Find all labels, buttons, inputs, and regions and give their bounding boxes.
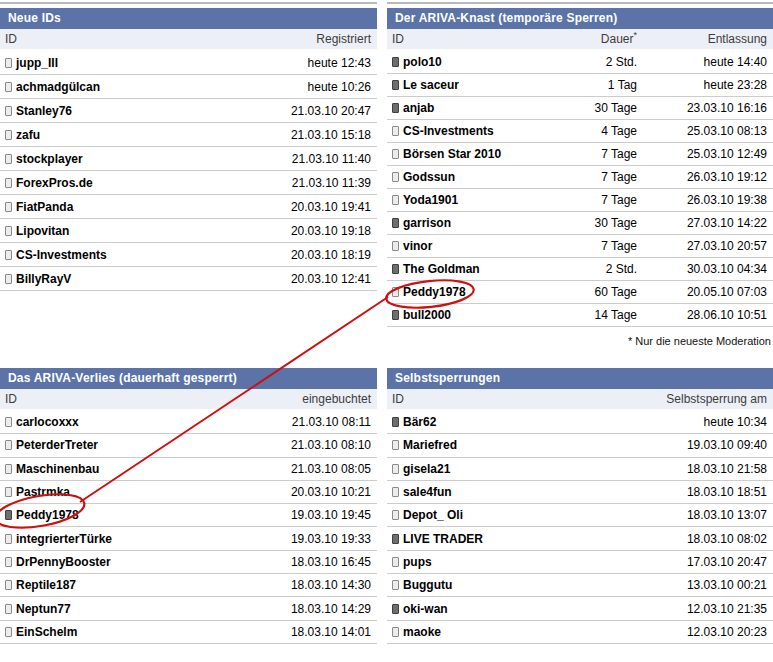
user-id-link[interactable]: Pastrmka	[5, 485, 291, 499]
panel-ariva-verlies: Das ARIVA-Verlies (dauerhaft gesperrt) I…	[0, 368, 377, 644]
user-id-link[interactable]: Buggutu	[392, 578, 687, 592]
user-id-link[interactable]: ForexPros.de	[5, 176, 292, 190]
user-icon	[392, 241, 399, 251]
entlassung-value: heute 14:40	[637, 55, 767, 69]
user-id-link[interactable]: BillyRayV	[5, 272, 291, 286]
user-id-link[interactable]: FiatPanda	[5, 200, 291, 214]
user-id-link[interactable]: integrierterTürke	[5, 532, 291, 546]
user-id-link[interactable]: EinSchelm	[5, 625, 291, 639]
user-id-label: Pastrmka	[16, 485, 70, 499]
user-id-link[interactable]: oki-wan	[392, 602, 687, 616]
entlassung-value: 25.03.10 08:13	[637, 124, 767, 138]
user-id-link[interactable]: Lipovitan	[5, 224, 291, 238]
user-id-label: integrierterTürke	[16, 532, 112, 546]
user-id-label: FiatPanda	[16, 200, 73, 214]
user-id-link[interactable]: Neptun77	[5, 602, 291, 616]
table-row: garrison30 Tage27.03.10 14:22	[387, 212, 773, 235]
user-id-link[interactable]: bull2000	[392, 308, 537, 322]
value-value: 18.03.10 16:45	[291, 555, 371, 569]
value-value: 19.03.10 09:40	[687, 438, 767, 452]
dauer-value: 7 Tage	[537, 147, 637, 161]
table-row: EinSchelm18.03.10 14:01	[0, 621, 377, 644]
user-icon	[5, 178, 12, 188]
user-id-label: sale4fun	[403, 485, 452, 499]
table-row: bull200014 Tage28.06.10 10:51	[387, 304, 773, 327]
user-id-label: The Goldman	[403, 262, 480, 276]
user-id-link[interactable]: Stanley76	[5, 104, 291, 118]
user-icon	[392, 580, 399, 590]
table-row: Lipovitan20.03.10 19:18	[0, 219, 377, 243]
value-value: 21.03.10 11:39	[292, 176, 371, 190]
user-id-link[interactable]: Peddy1978	[5, 508, 291, 522]
user-icon	[392, 310, 399, 320]
value-value: 18.03.10 14:30	[291, 578, 371, 592]
dauer-value: 14 Tage	[537, 308, 637, 322]
user-id-link[interactable]: pups	[392, 555, 687, 569]
table-body-ariva-verlies: carlocoxxx21.03.10 08:11PeterderTreter21…	[0, 411, 377, 644]
user-id-link[interactable]: Mariefred	[392, 438, 687, 452]
dauer-value: 4 Tage	[537, 124, 637, 138]
dauer-value: 30 Tage	[537, 216, 637, 230]
user-id-link[interactable]: zafu	[5, 128, 291, 142]
user-icon	[5, 202, 12, 212]
user-icon	[392, 464, 399, 474]
user-id-link[interactable]: Börsen Star 2010	[392, 147, 537, 161]
user-id-label: anjab	[403, 101, 434, 115]
table-row: DrPennyBooster18.03.10 16:45	[0, 551, 377, 574]
user-id-link[interactable]: Yoda1901	[392, 193, 537, 207]
user-id-link[interactable]: polo10	[392, 55, 537, 69]
value-value: 17.03.10 20:47	[687, 555, 767, 569]
user-id-link[interactable]: sale4fun	[392, 485, 687, 499]
user-id-link[interactable]: stockplayer	[5, 152, 292, 166]
table-row: zafu21.03.10 15:18	[0, 123, 377, 147]
column-header-row: ID eingebuchtet	[0, 389, 377, 409]
user-id-label: garrison	[403, 216, 451, 230]
value-value: 21.03.10 11:40	[292, 152, 371, 166]
user-id-link[interactable]: Depot_ Oli	[392, 508, 687, 522]
user-id-label: ForexPros.de	[16, 176, 93, 190]
table-row: Stanley7621.03.10 20:47	[0, 99, 377, 123]
user-id-link[interactable]: vinor	[392, 239, 537, 253]
top-divider-right	[387, 2, 773, 4]
entlassung-value: 27.03.10 20:57	[637, 239, 767, 253]
column-header-row: ID Selbstsperrung am	[387, 389, 773, 409]
user-id-label: zafu	[16, 128, 40, 142]
user-id-link[interactable]: anjab	[392, 101, 537, 115]
user-id-link[interactable]: The Goldman	[392, 262, 537, 276]
user-id-link[interactable]: maoke	[392, 625, 687, 639]
user-id-link[interactable]: garrison	[392, 216, 537, 230]
user-id-link[interactable]: DrPennyBooster	[5, 555, 291, 569]
user-id-link[interactable]: PeterderTreter	[5, 438, 291, 452]
value-value: 20.03.10 19:18	[291, 224, 371, 238]
user-icon	[5, 487, 12, 497]
panel-title-selbstsperrungen: Selbstsperrungen	[387, 368, 773, 389]
entlassung-value: 20.05.10 07:03	[637, 285, 767, 299]
table-row: achmadgülcanheute 10:26	[0, 75, 377, 99]
table-row: Maschinenbau21.03.10 08:05	[0, 458, 377, 481]
user-id-link[interactable]: CS-Investments	[5, 248, 291, 262]
entlassung-value: 28.06.10 10:51	[637, 308, 767, 322]
user-id-link[interactable]: CS-Investments	[392, 124, 537, 138]
user-id-link[interactable]: Le saceur	[392, 78, 537, 92]
user-id-link[interactable]: Bär62	[392, 415, 704, 429]
user-id-label: stockplayer	[16, 152, 83, 166]
user-id-link[interactable]: Reptile187	[5, 578, 291, 592]
moderation-footnote: * Nur die neueste Moderation	[387, 327, 773, 347]
user-id-link[interactable]: gisela21	[392, 462, 687, 476]
user-id-link[interactable]: Maschinenbau	[5, 462, 291, 476]
user-id-link[interactable]: achmadgülcan	[5, 80, 308, 94]
user-icon	[392, 440, 399, 450]
user-icon	[392, 510, 399, 520]
user-id-link[interactable]: Peddy1978	[392, 285, 537, 299]
user-id-link[interactable]: carlocoxxx	[5, 415, 292, 429]
user-icon	[5, 464, 12, 474]
user-icon	[5, 58, 12, 68]
table-row: carlocoxxx21.03.10 08:11	[0, 411, 377, 434]
user-id-link[interactable]: LIVE TRADER	[392, 532, 687, 546]
user-icon	[392, 218, 399, 228]
column-header-eingebuchtet: eingebuchtet	[302, 392, 371, 406]
value-value: 21.03.10 20:47	[291, 104, 371, 118]
user-id-link[interactable]: jupp_III	[5, 56, 308, 70]
user-id-link[interactable]: Godssun	[392, 170, 537, 184]
value-value: 12.03.10 21:35	[687, 602, 767, 616]
